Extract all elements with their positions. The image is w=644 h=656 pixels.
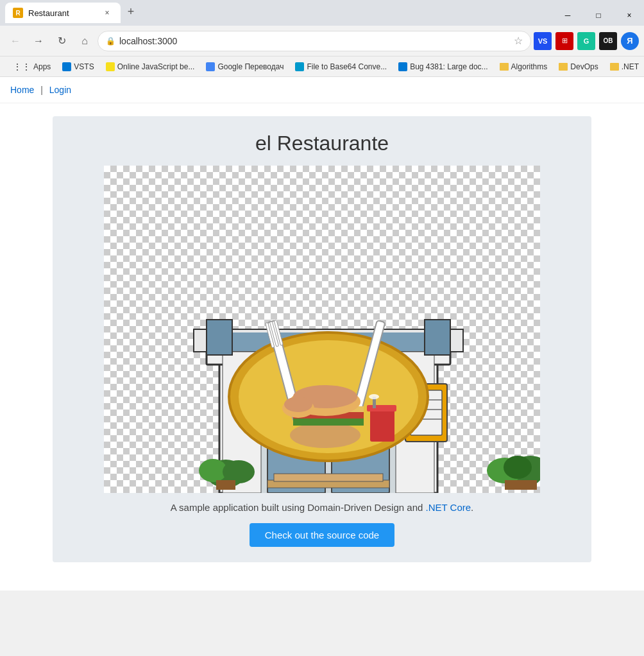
minimize-button[interactable]: ─ xyxy=(553,5,582,26)
bookmark-star-icon[interactable]: ☆ xyxy=(514,35,523,47)
grammarly-icon[interactable]: G xyxy=(577,32,595,50)
bug-bookmark-label: Bug 4381: Large doc... xyxy=(410,62,487,71)
svg-rect-25 xyxy=(425,320,450,355)
vsts-bookmark-label: VSTS xyxy=(74,62,94,71)
vscode-extension-icon[interactable]: VS xyxy=(534,32,552,50)
tab-title: Restaurant xyxy=(28,8,96,18)
bookmark-algorithms[interactable]: Algorithms xyxy=(495,60,553,74)
new-tab-button[interactable]: + xyxy=(121,1,141,22)
browser-chrome: R Restaurant × + ─ □ × ← → ↻ ⌂ 🔒 localho… xyxy=(0,0,644,77)
refresh-button[interactable]: ↻ xyxy=(51,31,72,51)
close-button[interactable]: × xyxy=(614,5,644,26)
main-content-area: el Restaurante xyxy=(0,103,644,575)
nav-separator: | xyxy=(40,85,43,95)
active-tab[interactable]: R Restaurant × xyxy=(5,3,121,23)
maximize-button[interactable]: □ xyxy=(584,5,613,26)
bookmark-devops[interactable]: DevOps xyxy=(554,60,603,74)
url-text: localhost:3000 xyxy=(119,36,510,46)
svg-point-51 xyxy=(369,394,379,399)
login-link[interactable]: Login xyxy=(49,85,71,95)
js-bookmark-label: Online JavaScript be... xyxy=(117,62,195,71)
home-button[interactable]: ⌂ xyxy=(74,31,95,51)
tab-close-button[interactable]: × xyxy=(101,7,113,19)
description-text-1: A sample application built using Domain-… xyxy=(171,502,426,513)
apps-bookmark-label: Apps xyxy=(33,62,51,71)
bookmarks-bar: ⋮⋮ Apps VSTS Online JavaScript be... Goo… xyxy=(0,56,644,77)
folder-icon xyxy=(559,63,568,71)
svg-rect-34 xyxy=(505,480,537,490)
bookmark-js[interactable]: Online JavaScript be... xyxy=(101,60,200,74)
svg-point-28 xyxy=(223,460,255,483)
lock-icon: 🔒 xyxy=(106,37,115,46)
tab-favicon: R xyxy=(13,8,23,18)
bookmark-base64[interactable]: File to Base64 Conve... xyxy=(290,60,392,74)
svg-rect-48 xyxy=(370,406,394,442)
bookmarks-apps[interactable]: ⋮⋮ Apps xyxy=(8,59,56,74)
extension-icon-4[interactable]: OB xyxy=(599,32,617,50)
page-content: Home | Login el Restaurante xyxy=(0,77,644,591)
page-title: el Restaurante xyxy=(255,132,389,155)
back-button[interactable]: ← xyxy=(5,31,26,51)
svg-rect-49 xyxy=(367,405,396,411)
svg-point-42 xyxy=(290,422,360,448)
base64-bookmark-label: File to Base64 Conve... xyxy=(307,62,387,71)
extension-icons: VS ⊞ G OB Я xyxy=(534,32,639,50)
bookmark-bug[interactable]: Bug 4381: Large doc... xyxy=(393,60,493,74)
svg-point-33 xyxy=(504,456,532,479)
restaurant-image xyxy=(104,166,540,493)
restaurant-svg xyxy=(104,166,540,493)
content-box: el Restaurante xyxy=(53,116,591,562)
bookmark-dotnet[interactable]: .NET xyxy=(605,60,644,74)
svg-point-53 xyxy=(284,397,312,412)
translate-bookmark-label: Google Переводач xyxy=(217,62,284,71)
dotnet-bookmark-label: .NET xyxy=(622,62,639,71)
extension-icon-2[interactable]: ⊞ xyxy=(555,32,573,50)
folder-icon xyxy=(610,63,619,71)
svg-rect-24 xyxy=(207,320,232,355)
algorithms-bookmark-label: Algorithms xyxy=(511,62,548,71)
window-controls: ─ □ × xyxy=(553,0,644,26)
navigation-bar: ← → ↻ ⌂ 🔒 localhost:3000 ☆ VS ⊞ G OB Я xyxy=(0,26,644,56)
forward-button[interactable]: → xyxy=(28,31,49,51)
dotnet-link[interactable]: .NET Core xyxy=(425,502,471,513)
home-link[interactable]: Home xyxy=(10,85,34,95)
page-description: A sample application built using Domain-… xyxy=(171,502,473,513)
bookmark-vsts[interactable]: VSTS xyxy=(57,60,99,74)
source-code-button[interactable]: Check out the source code xyxy=(250,523,394,547)
devops-bookmark-label: DevOps xyxy=(570,62,598,71)
svg-rect-29 xyxy=(216,480,235,490)
profile-button[interactable]: Я xyxy=(621,32,639,50)
svg-rect-18 xyxy=(274,474,383,481)
page-navigation: Home | Login xyxy=(0,77,644,103)
address-bar[interactable]: 🔒 localhost:3000 ☆ xyxy=(97,31,531,51)
bookmark-translate[interactable]: Google Переводач xyxy=(201,60,289,74)
folder-icon xyxy=(500,63,509,71)
description-text-2: . xyxy=(471,502,473,513)
